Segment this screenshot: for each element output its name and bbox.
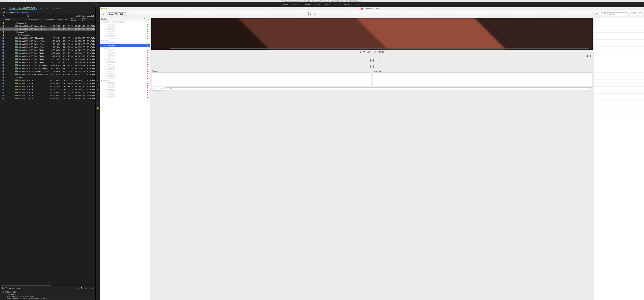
note-line[interactable] [594, 66, 644, 68]
more-icon[interactable]: » [641, 3, 642, 5]
clip-row[interactable]: B CAM0228.MXF Arthur Price 11:16:16:04 1… [0, 43, 96, 46]
note-line[interactable] [594, 80, 644, 82]
tree-clip[interactable]: B CAM0116⌄ [100, 23, 150, 26]
note-line[interactable] [594, 110, 644, 112]
workspace-learning[interactable]: Learning [280, 3, 288, 5]
skip-forward-icon[interactable]: ❯ [586, 54, 588, 57]
tree-folder[interactable]: ▼July 27 [100, 80, 150, 82]
note-line[interactable] [594, 89, 644, 91]
clip-row[interactable]: B CAM0119.MXF 02:02:12:20 02:07:08:23 00… [0, 88, 96, 91]
tree-clip[interactable]: B CAM0232⌄ [100, 63, 150, 66]
folder-row[interactable]: ⌄July 27 [0, 76, 96, 79]
tree-clip[interactable]: B CAM0235⌄ [100, 70, 150, 73]
note-line[interactable] [594, 58, 644, 61]
track-select-tool-icon[interactable]: ⇥ [97, 84, 98, 86]
note-line[interactable] [594, 56, 644, 58]
col-frame-rate[interactable]: Frame Rat [81, 18, 90, 22]
clip-row[interactable]: B CAM0238.MXF Malcolm Cammer 14:33:36:08… [0, 67, 96, 70]
reject-button[interactable]: ✕ [160, 87, 164, 90]
tree-clip[interactable]: B CAM0120⌄ [100, 91, 150, 94]
note-line[interactable] [594, 87, 644, 89]
note-line[interactable] [594, 101, 644, 103]
note-line[interactable] [594, 115, 644, 117]
note-line[interactable] [594, 96, 644, 98]
note-line[interactable] [594, 108, 644, 110]
tab-project[interactable]: Project: 16th Street INTERVIEWS ≡ [10, 7, 36, 10]
icon-view-icon[interactable]: ▬ [9, 287, 10, 289]
hand-tool-icon[interactable]: ✋ [96, 107, 99, 109]
new-bin-icon[interactable]: 🗀 [85, 287, 87, 289]
note-line[interactable] [594, 82, 644, 84]
workspace-color[interactable]: Color [316, 3, 320, 5]
note-line[interactable] [594, 98, 644, 101]
note-line[interactable] [594, 35, 644, 37]
clip-row[interactable]: B CAM0231.MXF Carol Clarke 13:06:55:04 1… [0, 49, 96, 52]
clip-row[interactable]: B CAM0229.MXF Arthur Price 11:21:25:04 1… [0, 46, 96, 49]
tree-clip[interactable]: B CAM0116⌄ [100, 82, 150, 84]
note-line[interactable] [594, 63, 644, 66]
tree-clip[interactable]: B CAM0120⌄ [100, 33, 150, 35]
clip-row[interactable]: B CAM0121.MXF 02:24:30:20 02:38:38:11 00… [0, 94, 96, 97]
new-item-icon[interactable]: 🗋 [88, 287, 90, 289]
clip-row[interactable]: B CAM0117.MXF 01:14:36:00 01:52:29:03 00… [0, 82, 96, 85]
tree-clip[interactable]: B CAM0229⌄ [100, 56, 150, 58]
trash-icon[interactable]: 🗑 [92, 287, 94, 289]
tree-clip[interactable]: B CAM0222⌄ [100, 42, 150, 44]
copy-icon[interactable]: ⿻ [307, 12, 312, 16]
home-icon[interactable]: ⌂ [2, 3, 3, 6]
tree-clip[interactable]: B CAM0227⌄ [100, 51, 150, 54]
note-line[interactable] [594, 70, 644, 73]
list-view-icon[interactable]: ☰ [5, 287, 7, 289]
lock-icon[interactable]: 🔓 [102, 13, 105, 16]
col-media-end[interactable]: Media End [57, 19, 70, 21]
col-name[interactable]: Name [0, 19, 28, 21]
clip-row[interactable]: B CAM0223.MXF Barbara Cross 17:07:11:16 … [0, 28, 96, 31]
horizontal-scrollbar[interactable] [0, 284, 96, 286]
clip-row[interactable]: B CAM0239.MXF Ahkeem Lee 14:49:44:04 14:… [0, 37, 96, 40]
note-line[interactable] [594, 47, 644, 49]
note-line[interactable] [594, 75, 644, 77]
writable-icon[interactable]: ⬤ [2, 287, 4, 289]
note-line[interactable] [594, 61, 644, 63]
clip-row[interactable]: B CAM0230.MXF Marjorie Y Blanke 11:52:36… [0, 70, 96, 73]
freeform-view-icon[interactable]: ▭ [12, 287, 14, 289]
note-line[interactable] [594, 68, 644, 70]
document-icon[interactable]: 🗎 [313, 12, 317, 16]
tab-effects[interactable]: Effects [1, 8, 6, 10]
note-line[interactable] [594, 51, 644, 54]
clip-row[interactable]: B CAM0233.MXF Carol Clarke 13:27:52:12 1… [0, 55, 96, 58]
col-media-start[interactable]: Media Start [44, 19, 57, 21]
tree-clip[interactable]: B CAM0225⌄ [100, 49, 150, 51]
note-line[interactable] [594, 112, 644, 115]
selection-tool-icon[interactable]: ▶ [97, 79, 98, 81]
neutral-button[interactable]: ● [156, 87, 160, 90]
clip-row[interactable]: B CAM0235.MXF Carol Clarke 13:39:12:00 1… [0, 61, 96, 64]
scrub-bar[interactable] [170, 48, 589, 49]
minimize-icon[interactable] [104, 8, 105, 9]
clip-row[interactable]: B CAM0118.MXF 01:52:29:04 02:02:12:19 00… [0, 85, 96, 88]
clip-row[interactable]: B CAM0227.MXF Armond Bragg 10:18:53:12 1… [0, 40, 96, 43]
export-icon[interactable]: ⬇⬇ [369, 65, 375, 69]
tab-bin-aug6[interactable]: Bin: August 6 [52, 8, 62, 10]
pen-tool-icon[interactable]: ✎ [97, 102, 98, 105]
workspace-graphics[interactable]: Graphics [344, 3, 352, 5]
favorite-button[interactable]: ♥ [152, 87, 156, 90]
tree-folder[interactable]: ▼August 7 [100, 47, 150, 49]
tree-clip[interactable]: B CAM0239⌄ [100, 77, 150, 80]
search-input[interactable]: 🔍 [2, 15, 26, 17]
note-line[interactable] [594, 103, 644, 105]
tree-folder[interactable]: ▼August 6 [100, 40, 150, 42]
filter-mode-selector[interactable]: or ▴▾ [631, 13, 636, 16]
color-label-select[interactable]: White ⇅ [166, 87, 592, 90]
note-line[interactable] [594, 94, 644, 96]
video-viewer[interactable] [151, 18, 593, 50]
workspace-assembly[interactable]: Assembly [292, 3, 300, 5]
find-icon[interactable]: 🔍 [81, 287, 83, 289]
workspace-audio[interactable]: Audio [335, 3, 340, 5]
people-input[interactable] [152, 73, 371, 86]
effects-tab-peek[interactable]: Eff [96, 4, 98, 6]
workspace-effects[interactable]: Effects [324, 3, 330, 5]
note-line[interactable] [594, 42, 644, 44]
sort-menu-icon[interactable]: ⌄ [31, 287, 33, 289]
note-line[interactable] [594, 44, 644, 47]
